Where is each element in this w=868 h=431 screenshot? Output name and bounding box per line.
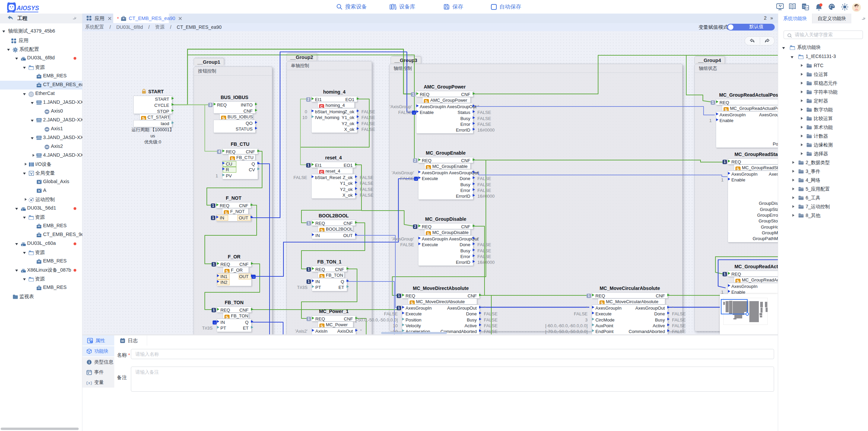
svg-text:AIOSYS: AIOSYS (16, 5, 39, 12)
svg-text:En: En (805, 6, 809, 9)
svg-text:i: i (91, 340, 92, 343)
svg-text:{x}: {x} (86, 381, 92, 385)
